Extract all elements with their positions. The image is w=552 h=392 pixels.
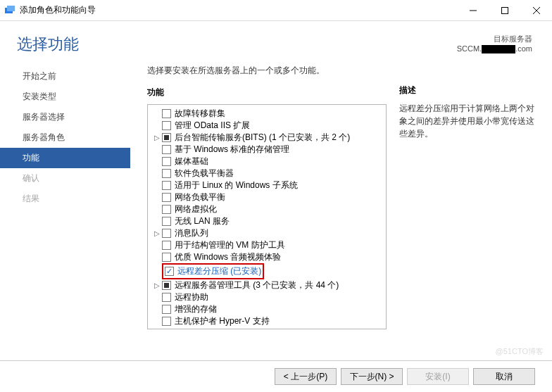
feature-label: 远程协助 bbox=[175, 291, 208, 303]
features-heading: 功能 bbox=[147, 87, 387, 99]
window-title: 添加角色和功能向导 bbox=[20, 4, 96, 16]
feature-label: 网络虚拟化 bbox=[175, 203, 217, 215]
wizard-steps-sidebar: 开始之前安装类型服务器选择服务器角色功能确认结果 bbox=[0, 62, 130, 360]
feature-row[interactable]: 主机保护者 Hyper-V 支持 bbox=[148, 315, 386, 327]
description-heading: 描述 bbox=[399, 84, 535, 96]
sidebar-step-1[interactable]: 安装类型 bbox=[0, 87, 130, 107]
target-server: 目标服务器 SCCM..com bbox=[457, 34, 532, 53]
feature-checkbox[interactable] bbox=[162, 169, 171, 178]
cancel-button[interactable]: 取消 bbox=[473, 368, 535, 385]
feature-checkbox[interactable] bbox=[162, 253, 171, 262]
feature-label: 无线 LAN 服务 bbox=[175, 215, 230, 227]
feature-label: 适用于 Linux 的 Windows 子系统 bbox=[175, 179, 298, 191]
feature-checkbox[interactable] bbox=[162, 293, 171, 302]
feature-label: 基于 Windows 标准的存储管理 bbox=[175, 144, 289, 156]
feature-row[interactable]: ▷后台智能传输服务(BITS) (1 个已安装，共 2 个) bbox=[148, 132, 386, 144]
feature-row[interactable]: 增强的存储 bbox=[148, 303, 386, 315]
app-icon bbox=[4, 5, 15, 16]
highlight-outline: 远程差分压缩 (已安装) bbox=[162, 263, 264, 279]
main-content: 选择要安装在所选服务器上的一个或多个功能。 功能 故障转移群集管理 OData … bbox=[130, 62, 552, 360]
expander-icon[interactable]: ▷ bbox=[152, 279, 162, 291]
feature-label: 软件负载平衡器 bbox=[175, 167, 234, 179]
feature-row[interactable]: 用于结构管理的 VM 防护工具 bbox=[148, 239, 386, 251]
feature-row[interactable]: ▷消息队列 bbox=[148, 227, 386, 239]
feature-label: 主机保护者 Hyper-V 支持 bbox=[175, 315, 270, 327]
close-button[interactable] bbox=[520, 0, 552, 21]
feature-label: 组策略管理 bbox=[175, 327, 217, 329]
install-button: 安装(I) bbox=[407, 368, 469, 385]
feature-label: 故障转移群集 bbox=[175, 108, 225, 120]
feature-label: 管理 OData IIS 扩展 bbox=[175, 120, 250, 132]
previous-button[interactable]: < 上一步(P) bbox=[275, 368, 337, 385]
sidebar-step-3[interactable]: 服务器角色 bbox=[0, 127, 130, 148]
feature-row[interactable]: 远程差分压缩 (已安装) bbox=[148, 263, 386, 279]
feature-checkbox[interactable] bbox=[162, 217, 171, 226]
feature-row[interactable]: 媒体基础 bbox=[148, 156, 386, 167]
maximize-button[interactable] bbox=[489, 0, 520, 21]
sidebar-step-4[interactable]: 功能 bbox=[0, 148, 130, 168]
feature-label: 远程服务器管理工具 (3 个已安装，共 44 个) bbox=[175, 279, 339, 291]
feature-row[interactable]: 适用于 Linux 的 Windows 子系统 bbox=[148, 179, 386, 191]
feature-checkbox[interactable] bbox=[162, 181, 171, 190]
feature-label: 网络负载平衡 bbox=[175, 191, 225, 203]
sidebar-step-0[interactable]: 开始之前 bbox=[0, 66, 130, 87]
feature-label: 后台智能传输服务(BITS) (1 个已安装，共 2 个) bbox=[175, 132, 350, 144]
feature-checkbox[interactable] bbox=[162, 109, 171, 118]
redacted-block bbox=[482, 45, 515, 53]
feature-checkbox[interactable] bbox=[162, 145, 171, 154]
feature-row[interactable]: 管理 OData IIS 扩展 bbox=[148, 120, 386, 132]
feature-checkbox[interactable] bbox=[162, 133, 171, 142]
feature-row[interactable]: 软件负载平衡器 bbox=[148, 167, 386, 179]
sidebar-step-5: 确认 bbox=[0, 168, 130, 189]
feature-checkbox[interactable] bbox=[162, 305, 171, 314]
feature-row[interactable]: 故障转移群集 bbox=[148, 108, 386, 120]
titlebar: 添加角色和功能向导 bbox=[0, 0, 552, 21]
feature-label: 媒体基础 bbox=[175, 156, 208, 167]
svg-rect-3 bbox=[501, 7, 508, 13]
feature-checkbox[interactable] bbox=[162, 229, 171, 238]
feature-checkbox[interactable] bbox=[162, 157, 171, 166]
expander-icon[interactable]: ▷ bbox=[152, 132, 162, 144]
next-button[interactable]: 下一步(N) > bbox=[341, 368, 403, 385]
feature-label: 远程差分压缩 (已安装) bbox=[177, 265, 261, 277]
feature-label: 消息队列 bbox=[175, 227, 208, 239]
features-tree[interactable]: 故障转移群集管理 OData IIS 扩展▷后台智能传输服务(BITS) (1 … bbox=[147, 104, 387, 329]
feature-checkbox[interactable] bbox=[162, 329, 171, 329]
feature-row[interactable]: 无线 LAN 服务 bbox=[148, 215, 386, 227]
sidebar-step-6: 结果 bbox=[0, 189, 130, 209]
feature-row[interactable]: 远程协助 bbox=[148, 291, 386, 303]
feature-checkbox[interactable] bbox=[162, 241, 171, 250]
feature-row[interactable]: 基于 Windows 标准的存储管理 bbox=[148, 144, 386, 156]
target-server-name: SCCM..com bbox=[457, 44, 532, 53]
svg-rect-1 bbox=[7, 6, 15, 11]
feature-checkbox[interactable] bbox=[162, 193, 171, 202]
feature-checkbox[interactable] bbox=[162, 121, 171, 130]
feature-label: 优质 Windows 音频视频体验 bbox=[175, 251, 281, 263]
minimize-button[interactable] bbox=[457, 0, 489, 21]
feature-row[interactable]: 网络虚拟化 bbox=[148, 203, 386, 215]
instruction-text: 选择要安装在所选服务器上的一个或多个功能。 bbox=[147, 62, 387, 87]
expander-icon[interactable]: ▷ bbox=[152, 227, 162, 239]
header: 选择功能 目标服务器 SCCM..com bbox=[0, 21, 552, 62]
feature-row[interactable]: ▷远程服务器管理工具 (3 个已安装，共 44 个) bbox=[148, 279, 386, 291]
feature-row[interactable]: 优质 Windows 音频视频体验 bbox=[148, 251, 386, 263]
feature-checkbox[interactable] bbox=[162, 317, 171, 326]
wizard-footer: < 上一步(P) 下一步(N) > 安装(I) 取消 bbox=[0, 360, 552, 392]
feature-label: 用于结构管理的 VM 防护工具 bbox=[175, 239, 285, 251]
feature-checkbox[interactable] bbox=[162, 205, 171, 214]
feature-label: 增强的存储 bbox=[175, 303, 217, 315]
description-text: 远程差分压缩用于计算网络上两个对象之间的差异并使用最小带宽传送这些差异。 bbox=[399, 102, 535, 140]
feature-row[interactable]: 组策略管理 bbox=[148, 327, 386, 329]
sidebar-step-2[interactable]: 服务器选择 bbox=[0, 107, 130, 127]
page-title: 选择功能 bbox=[17, 34, 457, 55]
feature-checkbox[interactable] bbox=[162, 281, 171, 290]
feature-checkbox[interactable] bbox=[165, 267, 174, 276]
feature-row[interactable]: 网络负载平衡 bbox=[148, 191, 386, 203]
target-server-label: 目标服务器 bbox=[457, 34, 532, 44]
watermark: @51CTO博客 bbox=[496, 346, 544, 357]
